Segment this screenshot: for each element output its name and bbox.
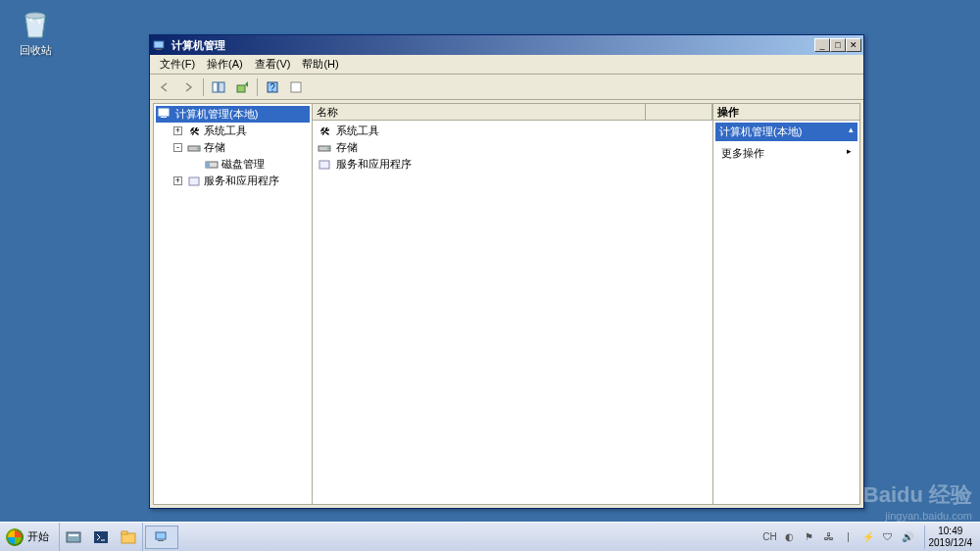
svg-rect-15 — [189, 177, 199, 185]
collapse-icon[interactable]: - — [173, 143, 182, 152]
svg-rect-18 — [319, 161, 329, 169]
svg-rect-19 — [67, 532, 80, 542]
svg-rect-21 — [94, 531, 108, 543]
taskbar: 开始 CH ◐ ⚑ 🖧 | ⚡ 🛡 🔊 10:49 2019/12/4 — [0, 522, 980, 551]
expand-icon[interactable]: + — [173, 176, 182, 185]
list-label: 系统工具 — [336, 124, 379, 138]
tree-item-services-apps[interactable]: + 服务和应用程序 — [156, 173, 310, 189]
svg-rect-3 — [213, 82, 218, 92]
toolbar: ? — [150, 75, 863, 100]
refresh-button[interactable] — [285, 76, 307, 98]
list-item-services-apps[interactable]: 服务和应用程序 — [315, 156, 710, 173]
list-item-storage[interactable]: 存储 — [315, 139, 710, 156]
svg-point-0 — [25, 13, 45, 19]
tree-label: 磁盘管理 — [221, 157, 265, 172]
expand-icon[interactable]: + — [173, 126, 182, 135]
desktop-recycle-bin[interactable]: 回收站 — [12, 6, 59, 58]
menu-file[interactable]: 文件(F) — [154, 55, 201, 74]
close-button[interactable]: ✕ — [846, 38, 861, 52]
services-icon — [186, 175, 202, 188]
tray-security-icon[interactable]: 🛡 — [881, 530, 895, 544]
computer-management-window: 计算机管理 _ □ ✕ 文件(F) 操作(A) 查看(V) 帮助(H) ? 计算… — [149, 34, 864, 509]
lang-indicator[interactable]: CH — [763, 530, 777, 544]
export-button[interactable] — [231, 76, 253, 98]
list-panel: 名称 🛠 系统工具 存储 服务和应用程序 — [313, 104, 712, 504]
services-icon — [317, 158, 332, 172]
disk-icon — [204, 158, 220, 172]
clock-date: 2019/12/4 — [929, 537, 973, 549]
help-button[interactable]: ? — [262, 76, 283, 98]
minimize-button[interactable]: _ — [814, 38, 830, 52]
back-button — [154, 76, 175, 98]
list-item-system-tools[interactable]: 🛠 系统工具 — [315, 123, 710, 139]
recycle-bin-icon — [18, 6, 53, 41]
tray-power-icon[interactable]: ⚡ — [861, 530, 875, 544]
ql-server-manager[interactable] — [60, 524, 87, 551]
tools-icon: 🛠 — [186, 125, 202, 138]
taskbar-clock[interactable]: 10:49 2019/12/4 — [924, 526, 977, 549]
tray-network-icon[interactable]: 🖧 — [822, 530, 836, 544]
window-title: 计算机管理 — [172, 38, 814, 53]
show-hide-tree-button[interactable] — [208, 76, 229, 98]
computer-icon — [154, 529, 170, 545]
windows-orb-icon — [6, 528, 24, 546]
actions-header: 操作 — [713, 104, 859, 121]
svg-rect-5 — [237, 85, 245, 92]
storage-icon — [186, 141, 202, 155]
actions-title[interactable]: 计算机管理(本地) — [715, 123, 858, 141]
tree-item-system-tools[interactable]: + 🛠 系统工具 — [156, 123, 310, 139]
tree-item-disk-management[interactable]: 磁盘管理 — [156, 156, 310, 173]
tools-icon: 🛠 — [317, 125, 332, 138]
column-blank — [646, 104, 712, 120]
svg-point-17 — [327, 147, 329, 149]
svg-rect-20 — [69, 534, 78, 536]
tree-item-storage[interactable]: - 存储 — [156, 139, 310, 156]
actions-more[interactable]: 更多操作 — [713, 143, 859, 164]
menu-help[interactable]: 帮助(H) — [296, 55, 344, 74]
computer-icon — [158, 108, 173, 122]
titlebar[interactable]: 计算机管理 _ □ ✕ — [150, 35, 863, 55]
tray-updates-icon[interactable]: ◐ — [783, 530, 797, 544]
tree-label: 服务和应用程序 — [204, 174, 279, 188]
ql-powershell[interactable] — [87, 524, 115, 551]
svg-rect-25 — [158, 540, 164, 541]
column-name[interactable]: 名称 — [313, 104, 646, 120]
svg-rect-8 — [291, 82, 301, 92]
svg-rect-2 — [156, 49, 162, 50]
tray-sep: | — [842, 530, 856, 544]
svg-text:?: ? — [270, 82, 275, 93]
tree-label: 存储 — [204, 140, 225, 155]
clock-time: 10:49 — [929, 526, 973, 537]
tree-panel: 计算机管理(本地) + 🛠 系统工具 - 存储 磁盘管理 + 服务和应用程序 — [154, 104, 313, 504]
client-area: 计算机管理(本地) + 🛠 系统工具 - 存储 磁盘管理 + 服务和应用程序 — [153, 103, 860, 505]
list-label: 服务和应用程序 — [336, 157, 412, 172]
quick-launch — [60, 523, 143, 552]
maximize-button[interactable]: □ — [830, 38, 846, 52]
list-header: 名称 — [313, 104, 712, 121]
svg-rect-14 — [206, 162, 210, 168]
svg-rect-4 — [219, 82, 224, 92]
svg-rect-9 — [159, 109, 169, 116]
svg-rect-24 — [156, 532, 166, 539]
tree-root-label: 计算机管理(本地) — [175, 107, 258, 122]
start-button[interactable]: 开始 — [0, 523, 60, 552]
svg-rect-10 — [161, 117, 167, 118]
taskbar-item-computer-management[interactable] — [145, 526, 178, 549]
actions-panel: 操作 计算机管理(本地) 更多操作 — [712, 104, 859, 504]
menu-view[interactable]: 查看(V) — [249, 55, 297, 74]
svg-point-12 — [197, 147, 199, 149]
menu-action[interactable]: 操作(A) — [201, 55, 249, 74]
system-tray: CH ◐ ⚑ 🖧 | ⚡ 🛡 🔊 10:49 2019/12/4 — [760, 523, 981, 552]
start-label: 开始 — [27, 529, 49, 544]
ql-explorer[interactable] — [115, 524, 142, 551]
svg-rect-1 — [154, 41, 164, 48]
tray-volume-icon[interactable]: 🔊 — [901, 530, 914, 544]
tray-action-center-icon[interactable]: ⚑ — [803, 530, 816, 544]
tree-label: 系统工具 — [204, 124, 247, 138]
recycle-bin-label: 回收站 — [12, 43, 59, 58]
watermark: Baidu 经验 jingyan.baidu.com — [863, 480, 972, 522]
app-icon — [152, 37, 168, 53]
menubar: 文件(F) 操作(A) 查看(V) 帮助(H) — [150, 55, 863, 75]
tree-root[interactable]: 计算机管理(本地) — [156, 106, 310, 123]
svg-rect-23 — [122, 531, 127, 534]
